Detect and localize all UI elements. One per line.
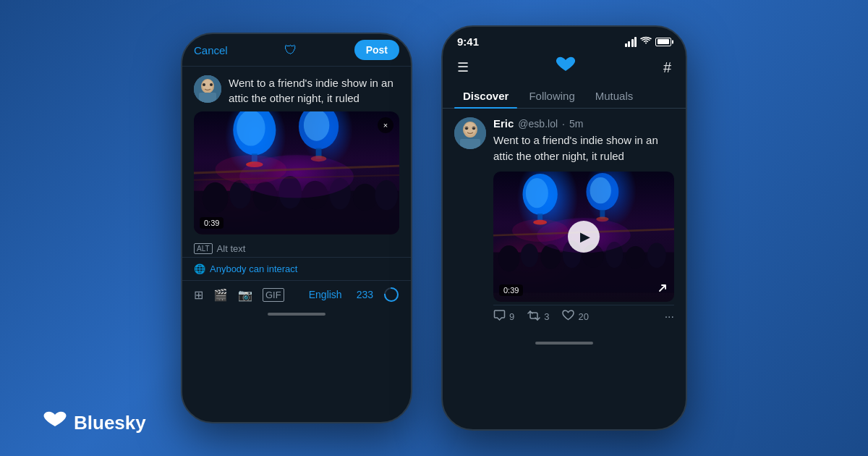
interaction-label: Anybody can interact (210, 263, 297, 274)
comment-count: 9 (509, 311, 514, 322)
repost-count: 3 (544, 311, 549, 322)
globe-icon: 🌐 (194, 263, 205, 274)
svg-rect-3 (199, 93, 216, 103)
svg-point-7 (237, 111, 265, 146)
brand-butterfly-icon (43, 410, 67, 436)
svg-rect-32 (460, 139, 480, 149)
battery-icon (655, 38, 671, 46)
svg-point-36 (526, 177, 548, 207)
home-indicator-right (535, 342, 593, 345)
post-author-name: Eric (493, 117, 514, 130)
play-icon: ▶ (580, 229, 590, 245)
alt-text-label: Alt text (217, 243, 246, 254)
like-count: 20 (578, 311, 588, 322)
svg-point-39 (590, 177, 611, 203)
svg-point-45 (521, 243, 538, 267)
tabs-row: Discover Following Mutuals (443, 84, 686, 109)
home-indicator (268, 313, 326, 316)
close-icon: × (383, 121, 388, 130)
svg-point-5 (210, 83, 213, 86)
play-button[interactable]: ▶ (568, 221, 600, 253)
scene: Cancel 🛡 Post Went t (0, 0, 868, 456)
post-timestamp: 5m (569, 118, 583, 130)
hashtag-icon[interactable]: # (663, 59, 671, 76)
character-count: 233 (357, 289, 373, 300)
post-time: · (562, 118, 565, 130)
svg-point-44 (498, 245, 519, 271)
repost-icon (527, 311, 540, 324)
compose-media-attachment: × 0:39 (194, 111, 399, 235)
alt-text-icon: ALT (194, 243, 213, 254)
like-icon (562, 310, 574, 324)
svg-point-4 (203, 83, 205, 86)
svg-point-15 (203, 182, 229, 214)
tab-discover[interactable]: Discover (454, 84, 517, 108)
svg-point-53 (512, 219, 569, 241)
post-content: Eric @esb.lol · 5m Went to a friend's in… (493, 117, 674, 329)
svg-point-34 (472, 127, 475, 130)
more-options-button[interactable]: ··· (665, 311, 674, 324)
compose-body: Went to a friend's indie show in an atti… (182, 67, 411, 111)
status-icons (625, 36, 672, 47)
extras-tool-icon[interactable]: GIF (263, 288, 284, 302)
post-actions-row: 9 3 (493, 305, 674, 329)
language-label[interactable]: English (309, 289, 342, 300)
svg-point-21 (353, 184, 378, 211)
post-video-duration: 0:39 (499, 284, 523, 296)
post-button[interactable]: Post (354, 40, 399, 60)
post-author-avatar[interactable] (454, 117, 486, 149)
hamburger-menu-icon[interactable]: ☰ (457, 59, 469, 75)
status-bar: 9:41 (443, 27, 686, 51)
shield-icon: 🛡 (284, 43, 297, 58)
post-text: Went to a friend's indie show in an atti… (493, 132, 674, 164)
signal-icon (625, 37, 637, 47)
compose-tools-row: ⊞ 🎬 📷 GIF English 233 (182, 281, 411, 308)
phone-compose: Cancel 🛡 Post Went t (181, 33, 412, 423)
char-count-progress (383, 287, 399, 303)
compose-header: Cancel 🛡 Post (182, 34, 411, 67)
bluesky-logo-icon (556, 56, 576, 78)
tab-mutuals[interactable]: Mutuals (587, 84, 642, 108)
wifi-icon (640, 36, 652, 47)
camera-tool-icon[interactable]: 📷 (238, 288, 252, 302)
post-card: Eric @esb.lol · 5m Went to a friend's in… (443, 109, 686, 337)
media-close-button[interactable]: × (378, 117, 393, 133)
alt-text-row[interactable]: ALT Alt text (182, 240, 411, 258)
comment-action-button[interactable]: 9 (493, 310, 514, 324)
comment-icon (493, 310, 506, 324)
brand-name-label: Bluesky (74, 412, 146, 434)
post-author-row: Eric @esb.lol · 5m (493, 117, 674, 130)
like-action-button[interactable]: 20 (562, 310, 588, 324)
svg-point-51 (647, 242, 666, 267)
composer-avatar (194, 75, 221, 103)
repost-action-button[interactable]: 3 (527, 311, 549, 324)
svg-point-33 (465, 127, 468, 130)
video-duration-badge: 0:39 (200, 217, 224, 229)
image-tool-icon[interactable]: ⊞ (194, 288, 203, 302)
phone-feed: 9:41 (441, 25, 687, 431)
tab-following[interactable]: Following (520, 84, 583, 108)
feed-header: ☰ # (443, 51, 686, 84)
more-icon: ··· (665, 311, 674, 324)
share-icon[interactable] (657, 282, 668, 296)
post-media-video[interactable]: ▶ 0:39 (493, 172, 674, 302)
svg-point-22 (375, 180, 398, 210)
bluesky-branding: Bluesky (43, 410, 146, 436)
gif-tool-icon[interactable]: 🎬 (213, 288, 228, 302)
post-author-handle: @esb.lol (518, 118, 558, 130)
interaction-setting-row[interactable]: 🌐 Anybody can interact (182, 258, 411, 281)
compose-text-field[interactable]: Went to a friend's indie show in an atti… (229, 75, 399, 106)
status-time: 9:41 (457, 35, 479, 48)
svg-point-50 (626, 245, 646, 268)
cancel-button[interactable]: Cancel (194, 44, 228, 56)
